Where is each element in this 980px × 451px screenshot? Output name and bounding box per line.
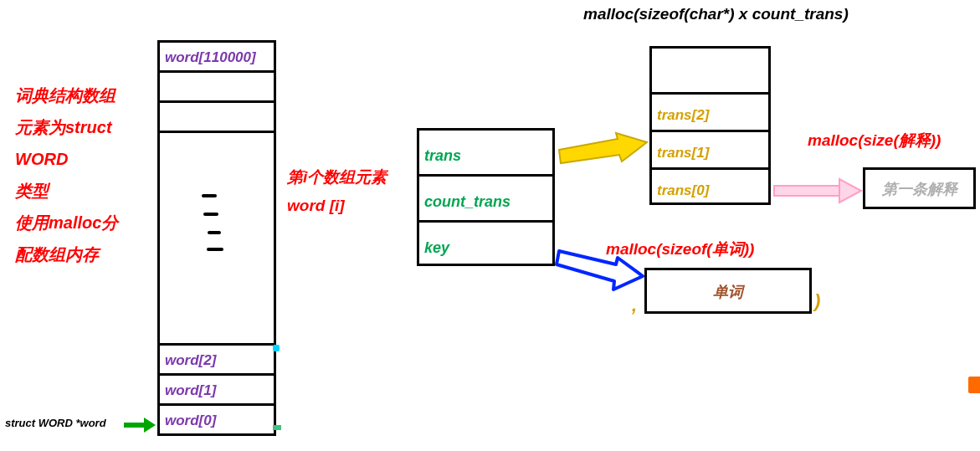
word-cell-0: word[0] bbox=[160, 413, 216, 428]
field-count-trans: count_trans bbox=[419, 193, 511, 210]
tick-icon bbox=[273, 345, 280, 351]
arrow-trans-icon bbox=[559, 138, 651, 175]
word-array-box: word[110000] word[2] word[1] word[0] bbox=[157, 40, 276, 436]
arrow-pointer-icon bbox=[124, 420, 157, 430]
desc-line4: 类型 bbox=[15, 175, 118, 207]
word-cell-empty2 bbox=[160, 103, 274, 133]
field-key: key bbox=[419, 239, 449, 256]
word-cell-top: word[110000] bbox=[160, 49, 256, 65]
word-value-box: 单词 bbox=[644, 268, 812, 314]
desc-line3: WORD bbox=[15, 143, 118, 175]
word-cell-1: word[1] bbox=[160, 382, 216, 398]
title-explain-malloc: malloc(size(解释)) bbox=[808, 130, 941, 151]
right-indicator-icon bbox=[968, 377, 980, 393]
element-line2: word [i] bbox=[287, 192, 387, 220]
pointer-label: struct WORD *word bbox=[5, 417, 106, 429]
dash-icon bbox=[202, 194, 217, 197]
element-label: 第i个数组元素 word [i] bbox=[287, 163, 387, 220]
dash-icon bbox=[207, 248, 223, 251]
word-cell-empty1 bbox=[160, 73, 274, 103]
word-value-text: 单词 bbox=[713, 284, 743, 300]
dash-icon bbox=[203, 213, 218, 216]
trans-array-box: trans[2] trans[1] trans[0] bbox=[649, 46, 771, 205]
trans-cell-1: trans[1] bbox=[652, 145, 709, 161]
struct-word-box: trans count_trans key bbox=[417, 128, 555, 266]
desc-line2: 元素为struct bbox=[15, 111, 118, 143]
desc-line1: 词典结构数组 bbox=[15, 79, 118, 111]
trans-cell-0: trans[0] bbox=[652, 182, 709, 198]
trans-cell-2: trans[2] bbox=[652, 107, 709, 123]
svg-rect-1 bbox=[774, 186, 839, 196]
element-line1: 第i个数组元素 bbox=[287, 163, 387, 192]
tick-icon bbox=[273, 425, 281, 430]
field-trans: trans bbox=[419, 147, 461, 164]
arrow-key-icon bbox=[559, 251, 647, 305]
desc-text: 词典结构数组 元素为struct WORD 类型 使用malloc分 配数组内存 bbox=[15, 79, 118, 270]
trans-cell-empty bbox=[652, 49, 768, 95]
arrow-explain-icon bbox=[774, 181, 866, 206]
paren-right-icon: ) bbox=[814, 290, 820, 312]
explain-text: 第一条解释 bbox=[882, 181, 957, 197]
desc-line6: 配数组内存 bbox=[15, 238, 118, 270]
svg-marker-0 bbox=[559, 133, 647, 163]
svg-marker-2 bbox=[839, 179, 861, 202]
dash-icon bbox=[208, 231, 221, 234]
svg-marker-3 bbox=[557, 251, 643, 290]
title-trans-malloc: malloc(sizeof(char*) x count_trans) bbox=[583, 5, 849, 23]
desc-line5: 使用malloc分 bbox=[15, 207, 118, 238]
word-cell-2: word[2] bbox=[160, 352, 216, 368]
explain-box: 第一条解释 bbox=[863, 167, 976, 209]
